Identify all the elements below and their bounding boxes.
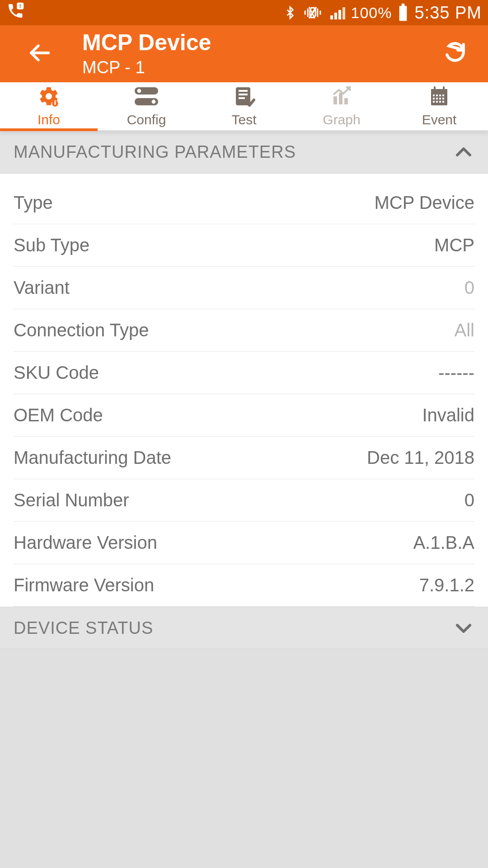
app-header: MCP Device MCP - 1 bbox=[0, 25, 488, 82]
header-titles: MCP Device MCP - 1 bbox=[82, 30, 435, 77]
status-bar: ! 100% 5:35 PM bbox=[0, 0, 488, 25]
section-title: DEVICE STATUS bbox=[14, 618, 153, 638]
svg-rect-10 bbox=[54, 102, 56, 104]
svg-point-13 bbox=[137, 89, 141, 93]
section-title: MANUFACTURING PARAMETERS bbox=[14, 142, 296, 162]
row-value: ------ bbox=[438, 363, 474, 383]
info-row: Connection TypeAll bbox=[14, 309, 474, 352]
row-value: Invalid bbox=[422, 405, 474, 425]
svg-rect-7 bbox=[402, 4, 405, 6]
row-label: Connection Type bbox=[14, 320, 149, 340]
row-label: Serial Number bbox=[14, 490, 129, 510]
bottom-spacer bbox=[0, 649, 488, 667]
tab-config[interactable]: Config bbox=[98, 82, 195, 130]
tab-bar: Info Config Test Graph Event bbox=[0, 82, 488, 131]
svg-rect-27 bbox=[433, 94, 435, 96]
row-value: 0 bbox=[465, 278, 474, 298]
svg-rect-18 bbox=[239, 94, 248, 95]
svg-point-15 bbox=[152, 99, 156, 104]
chevron-down-icon bbox=[453, 617, 474, 639]
info-row: TypeMCP Device bbox=[14, 182, 474, 224]
section-header-manufacturing[interactable]: MANUFACTURING PARAMETERS bbox=[0, 131, 488, 174]
gear-info-icon bbox=[36, 85, 61, 110]
svg-rect-2 bbox=[330, 15, 333, 19]
phone-alert-icon: ! bbox=[6, 2, 24, 24]
row-label: Manufacturing Date bbox=[14, 448, 171, 468]
row-label: OEM Code bbox=[14, 405, 103, 425]
tab-event[interactable]: Event bbox=[390, 82, 488, 130]
svg-rect-30 bbox=[442, 94, 444, 96]
svg-rect-32 bbox=[436, 98, 438, 99]
svg-rect-38 bbox=[442, 101, 444, 103]
calendar-icon bbox=[427, 85, 452, 110]
status-left: ! bbox=[6, 2, 24, 24]
chart-icon bbox=[329, 85, 354, 110]
row-label: Hardware Version bbox=[14, 533, 157, 553]
row-value: 0 bbox=[465, 490, 474, 510]
battery-icon bbox=[397, 4, 409, 22]
status-time: 5:35 PM bbox=[414, 3, 482, 23]
info-row: Sub TypeMCP bbox=[14, 224, 474, 267]
section-header-device-status[interactable]: DEVICE STATUS bbox=[0, 607, 488, 649]
svg-rect-28 bbox=[436, 94, 438, 96]
checklist-icon bbox=[231, 85, 257, 110]
svg-rect-34 bbox=[442, 98, 444, 99]
back-button[interactable] bbox=[19, 33, 60, 74]
info-row: Hardware VersionA.1.B.A bbox=[14, 522, 474, 564]
status-right: 100% 5:35 PM bbox=[283, 3, 482, 23]
info-row: Serial Number0 bbox=[14, 479, 474, 522]
svg-rect-31 bbox=[433, 98, 435, 99]
battery-percentage: 100% bbox=[351, 4, 392, 22]
svg-rect-3 bbox=[334, 13, 337, 19]
row-value: MCP Device bbox=[374, 193, 474, 213]
row-value: A.1.B.A bbox=[413, 533, 474, 553]
svg-rect-22 bbox=[344, 98, 348, 104]
svg-rect-26 bbox=[443, 86, 445, 91]
info-row: Firmware Version7.9.1.2 bbox=[14, 564, 474, 607]
svg-rect-35 bbox=[433, 101, 435, 103]
signal-icon bbox=[328, 5, 346, 21]
info-row: OEM CodeInvalid bbox=[14, 394, 474, 437]
row-label: Firmware Version bbox=[14, 575, 154, 595]
tab-label: Event bbox=[422, 112, 457, 127]
arrow-left-icon bbox=[27, 41, 52, 67]
tab-info[interactable]: Info bbox=[0, 82, 98, 130]
toggles-icon bbox=[132, 85, 160, 110]
svg-text:!: ! bbox=[19, 2, 21, 9]
svg-rect-21 bbox=[339, 93, 343, 104]
svg-rect-37 bbox=[439, 101, 441, 103]
svg-rect-19 bbox=[239, 97, 245, 99]
svg-rect-25 bbox=[434, 86, 436, 91]
row-value: All bbox=[455, 320, 474, 340]
tab-test[interactable]: Test bbox=[195, 82, 293, 130]
row-label: Sub Type bbox=[14, 235, 89, 255]
bluetooth-icon bbox=[283, 4, 297, 22]
row-label: Variant bbox=[14, 278, 70, 298]
svg-rect-4 bbox=[338, 10, 341, 19]
svg-rect-36 bbox=[436, 101, 438, 103]
tab-label: Info bbox=[38, 112, 60, 127]
page-title: MCP Device bbox=[82, 30, 435, 55]
row-label: SKU Code bbox=[14, 363, 99, 383]
refresh-button[interactable] bbox=[435, 33, 475, 74]
page-subtitle: MCP - 1 bbox=[82, 58, 435, 77]
vibrate-mute-icon bbox=[302, 4, 323, 22]
refresh-icon bbox=[444, 42, 466, 66]
row-label: Type bbox=[14, 193, 53, 213]
row-value: 7.9.1.2 bbox=[419, 575, 474, 595]
tab-label: Config bbox=[127, 112, 166, 127]
svg-rect-24 bbox=[431, 89, 447, 93]
manufacturing-rows: TypeMCP DeviceSub TypeMCPVariant0Connect… bbox=[0, 174, 488, 607]
info-row: SKU Code------ bbox=[14, 352, 474, 394]
svg-rect-5 bbox=[343, 7, 345, 19]
svg-rect-11 bbox=[54, 100, 56, 101]
tab-label: Graph bbox=[323, 112, 360, 127]
svg-rect-29 bbox=[439, 94, 441, 96]
svg-rect-33 bbox=[439, 98, 441, 99]
info-row: Variant0 bbox=[14, 267, 474, 309]
info-row: Manufacturing DateDec 11, 2018 bbox=[14, 437, 474, 479]
row-value: MCP bbox=[434, 235, 474, 255]
row-value: Dec 11, 2018 bbox=[367, 448, 474, 468]
tab-graph[interactable]: Graph bbox=[293, 82, 390, 130]
svg-rect-17 bbox=[239, 90, 248, 92]
